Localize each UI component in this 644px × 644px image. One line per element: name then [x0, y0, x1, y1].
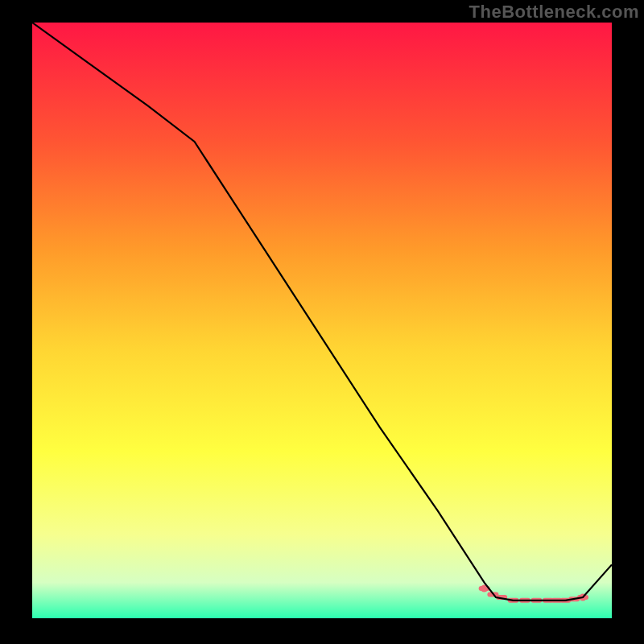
chart-frame: TheBottleneck.com: [0, 0, 644, 644]
plot-area: [32, 23, 612, 618]
gradient-background: [32, 23, 612, 618]
bottleneck-chart: [32, 23, 612, 618]
watermark-text: TheBottleneck.com: [469, 2, 639, 23]
